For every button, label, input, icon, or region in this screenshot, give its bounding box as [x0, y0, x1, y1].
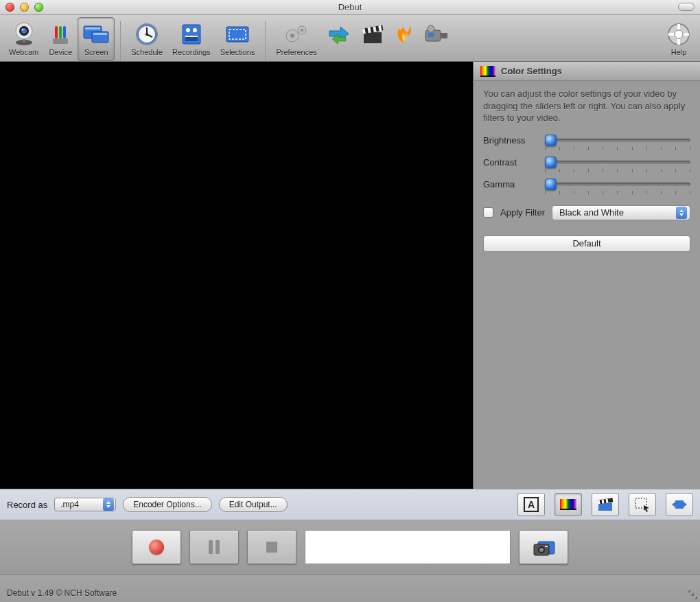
stop-button[interactable] — [247, 530, 296, 564]
camcorder-button[interactable] — [419, 17, 455, 61]
help-icon — [667, 21, 690, 47]
svg-point-29 — [301, 29, 303, 32]
snapshot-button[interactable] — [519, 530, 568, 564]
camcorder-icon — [424, 21, 450, 47]
svg-rect-42 — [677, 24, 680, 30]
device-icon — [50, 21, 71, 47]
recordings-button[interactable]: Recordings — [167, 17, 215, 61]
record-button[interactable] — [132, 530, 181, 564]
selections-label: Selections — [220, 48, 255, 56]
close-window-button[interactable] — [5, 3, 14, 12]
default-button-label: Default — [572, 238, 600, 248]
svg-point-41 — [675, 30, 683, 38]
svg-rect-54 — [675, 500, 684, 509]
color-settings-title: Color Settings — [501, 66, 562, 76]
pause-icon — [209, 540, 220, 554]
camera-icon — [531, 537, 556, 557]
status-bar: Debut v 1.49 © NCH Software — [0, 574, 700, 602]
toolbar-toggle-button[interactable] — [678, 3, 695, 11]
main-toolbar: Webcam Device — [0, 15, 700, 62]
webcam-button[interactable]: Webcam — [4, 17, 43, 61]
resize-arrows-icon — [670, 497, 688, 512]
svg-point-38 — [428, 25, 434, 32]
text-overlay-button[interactable]: A — [517, 493, 545, 516]
color-settings-icon — [480, 66, 495, 77]
selection-tool-button[interactable] — [629, 493, 656, 516]
clapper-button[interactable] — [356, 17, 389, 61]
marquee-cursor-icon — [634, 497, 651, 512]
svg-rect-45 — [684, 33, 689, 36]
screen-button[interactable]: Screen — [78, 17, 115, 61]
encoder-options-label: Encoder Options... — [133, 500, 201, 509]
color-settings-description: You can adjust the color settings of you… — [474, 81, 700, 130]
preferences-button[interactable]: Preferences — [271, 17, 321, 61]
resize-grip[interactable] — [688, 590, 697, 599]
pause-button[interactable] — [189, 530, 239, 564]
svg-rect-7 — [55, 26, 58, 38]
device-button[interactable]: Device — [43, 17, 78, 61]
record-icon — [149, 540, 164, 555]
screen-icon — [82, 21, 110, 47]
record-as-label: Record as — [7, 500, 47, 510]
svg-point-5 — [21, 29, 23, 31]
stop-icon — [266, 542, 277, 553]
format-select-value: .mp4 — [60, 500, 79, 509]
zoom-window-button[interactable] — [34, 3, 43, 12]
transport-controls — [0, 520, 700, 574]
clock-icon — [135, 21, 159, 47]
crop-button[interactable] — [666, 493, 693, 516]
gamma-label: Gamma — [483, 179, 538, 189]
film-reel-icon — [180, 21, 203, 47]
svg-rect-44 — [668, 33, 674, 36]
schedule-button[interactable]: Schedule — [126, 17, 167, 61]
svg-text:A: A — [528, 499, 535, 510]
filter-select[interactable]: Black and White — [552, 205, 690, 220]
webcam-label: Webcam — [9, 48, 38, 56]
apply-filter-label: Apply Filter — [500, 207, 545, 218]
svg-rect-23 — [185, 36, 198, 37]
svg-rect-59 — [545, 546, 548, 547]
preferences-label: Preferences — [276, 48, 316, 56]
recordings-label: Recordings — [172, 48, 211, 56]
svg-point-18 — [145, 33, 148, 36]
video-preview — [0, 62, 474, 489]
transfer-arrows-icon — [327, 21, 351, 47]
contrast-slider[interactable] — [545, 156, 690, 170]
svg-point-27 — [290, 34, 294, 38]
recording-status-display — [305, 530, 511, 564]
clapper-small-icon — [597, 498, 614, 511]
selections-button[interactable]: Selections — [215, 17, 260, 61]
apply-filter-checkbox[interactable] — [483, 207, 493, 218]
flame-icon — [395, 21, 414, 47]
svg-rect-8 — [59, 26, 62, 38]
chevron-updown-icon — [676, 207, 687, 219]
effects-button[interactable] — [592, 493, 619, 516]
screen-label: Screen — [84, 48, 108, 56]
color-settings-panel: Color Settings You can adjust the color … — [474, 62, 700, 489]
svg-rect-37 — [441, 33, 447, 38]
gamma-slider[interactable] — [545, 178, 690, 192]
format-select[interactable]: .mp4 — [54, 498, 116, 511]
encoder-options-button[interactable]: Encoder Options... — [123, 497, 211, 512]
selection-icon — [224, 21, 251, 47]
transfer-button[interactable] — [322, 17, 356, 61]
svg-rect-9 — [63, 26, 66, 38]
color-adjust-button[interactable] — [555, 493, 582, 516]
gears-icon — [284, 21, 309, 47]
rainbow-icon — [560, 499, 576, 510]
webcam-icon — [12, 21, 36, 47]
titlebar: Debut — [0, 0, 700, 15]
brightness-slider[interactable] — [545, 134, 690, 148]
filter-select-value: Black and White — [559, 207, 624, 218]
edit-output-button[interactable]: Edit Output... — [219, 497, 288, 512]
burn-button[interactable] — [389, 17, 419, 61]
schedule-label: Schedule — [131, 48, 163, 56]
default-button[interactable]: Default — [483, 235, 690, 252]
svg-rect-13 — [93, 33, 107, 35]
minimize-window-button[interactable] — [20, 3, 29, 12]
svg-rect-39 — [428, 33, 434, 37]
svg-rect-30 — [364, 32, 382, 43]
window-title: Debut — [338, 2, 362, 12]
svg-rect-48 — [598, 503, 612, 511]
help-button[interactable]: Help — [662, 17, 696, 61]
